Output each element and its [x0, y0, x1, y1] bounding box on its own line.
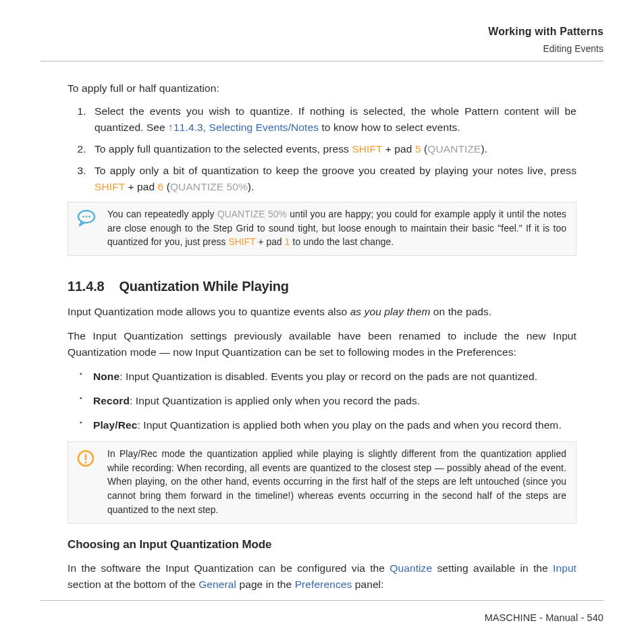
manual-page: Working with Patterns Editing Events To …: [0, 0, 644, 644]
mode-playrec-text: : Input Quantization is applied both whe…: [137, 419, 561, 431]
ui-input: Input: [553, 562, 576, 574]
step-1-text-b: to know how to select events.: [319, 122, 460, 133]
tip-callout: You can repeatedly apply QUANTIZE 50% un…: [68, 202, 576, 256]
tip-mid: + pad: [256, 237, 285, 247]
svg-point-6: [84, 462, 86, 464]
tip-text: You can repeatedly apply QUANTIZE 50% un…: [107, 208, 566, 250]
step-3-close: ).: [248, 181, 254, 192]
step-3-open: (: [163, 181, 170, 192]
p3c: section at the bottom of the: [68, 579, 198, 590]
para-3: In the software the Input Quantization c…: [68, 560, 576, 593]
link-selecting-events[interactable]: ↑11.4.3, Selecting Events/Notes: [168, 122, 319, 133]
step-1: Select the events you wish to quantize. …: [89, 103, 576, 136]
step-3: To apply only a bit of quantization to k…: [89, 163, 576, 195]
header-chapter: Working with Patterns: [41, 24, 603, 40]
p3b: setting available in the: [432, 562, 553, 574]
svg-point-3: [88, 216, 90, 218]
svg-point-2: [86, 216, 88, 218]
svg-point-1: [82, 216, 84, 218]
step-2-mid: + pad: [382, 143, 415, 155]
label-quantize: QUANTIZE: [427, 143, 481, 155]
tip-icon: [76, 208, 97, 250]
key-shift: SHIFT: [95, 181, 125, 192]
para-2: The Input Quantization settings previous…: [68, 328, 576, 360]
tip-c: to undo the last change.: [290, 237, 394, 247]
key-shift: SHIFT: [228, 237, 255, 247]
note-text: In Play/Rec mode the quantization applie…: [107, 448, 566, 517]
step-2-open: (: [421, 143, 428, 155]
note-callout: In Play/Rec mode the quantization applie…: [68, 441, 576, 523]
step-2: To apply full quantization to the select…: [89, 141, 576, 157]
tip-a: You can repeatedly apply: [107, 209, 217, 219]
key-pad-6: 6: [158, 181, 164, 192]
key-pad-1: 1: [285, 237, 290, 247]
step-3-mid: + pad: [125, 181, 158, 192]
subheading: Choosing an Input Quantization Mode: [68, 536, 576, 554]
mode-record-text: : Input Quantization is applied only whe…: [130, 395, 420, 406]
p1a: Input Quantization mode allows you to qu…: [68, 306, 350, 317]
page-footer: MASCHINE - Manual - 540: [41, 600, 603, 625]
header-section: Editing Events: [41, 42, 603, 56]
mode-record-label: Record: [93, 395, 130, 406]
p1b: on the pads.: [430, 306, 491, 317]
step-3-text-a: To apply only a bit of quantization to k…: [95, 165, 576, 176]
mode-playrec: Play/Rec: Input Quantization is applied …: [84, 417, 576, 433]
mode-none-label: None: [93, 371, 119, 382]
svg-rect-5: [85, 454, 87, 460]
p3a: In the software the Input Quantization c…: [68, 562, 390, 574]
para-1: Input Quantization mode allows you to qu…: [68, 304, 576, 320]
p3d: page in the: [236, 579, 295, 590]
step-2-close: ).: [481, 143, 488, 155]
tip-q50: QUANTIZE 50%: [217, 209, 287, 219]
section-heading: 11.4.8 Quantization While Playing: [68, 276, 576, 297]
key-pad-5: 5: [415, 143, 421, 155]
steps-list: Select the events you wish to quantize. …: [68, 103, 576, 195]
mode-record: Record: Input Quantization is applied on…: [84, 393, 576, 409]
key-shift: SHIFT: [352, 143, 382, 155]
mode-playrec-label: Play/Rec: [93, 419, 137, 431]
p3e: panel:: [352, 579, 383, 590]
ui-preferences: Preferences: [295, 579, 352, 590]
label-quantize-50: QUANTIZE 50%: [170, 181, 248, 192]
ui-quantize: Quantize: [390, 562, 432, 574]
alert-icon: [76, 448, 97, 517]
mode-none-text: : Input Quantization is disabled. Events…: [119, 371, 537, 382]
intro-text: To apply full or half quantization:: [68, 80, 576, 97]
page-content: To apply full or half quantization: Sele…: [41, 80, 603, 593]
step-2-text-a: To apply full quantization to the select…: [95, 143, 352, 155]
p1-em: as you play them: [350, 306, 431, 317]
ui-general: General: [198, 579, 236, 590]
section-number: 11.4.8: [68, 276, 104, 297]
page-header: Working with Patterns Editing Events: [41, 24, 603, 61]
modes-list: None: Input Quantization is disabled. Ev…: [68, 369, 576, 433]
mode-none: None: Input Quantization is disabled. Ev…: [84, 369, 576, 385]
section-title: Quantization While Playing: [119, 276, 288, 297]
